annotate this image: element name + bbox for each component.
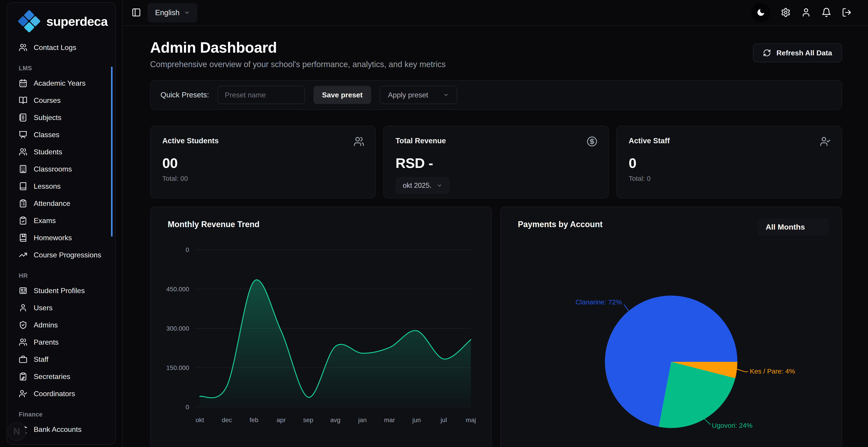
sidebar-item-label: Staff xyxy=(34,355,49,363)
svg-text:sep: sep xyxy=(303,416,313,423)
stat-card-active-students: Active Students 00 Total: 00 xyxy=(150,126,376,198)
sidebar-section-lms: LMS xyxy=(19,63,103,73)
svg-text:apr: apr xyxy=(276,416,285,423)
language-selector[interactable]: English xyxy=(147,3,197,22)
book-icon xyxy=(19,182,27,191)
page-title: Admin Dashboard xyxy=(150,39,445,56)
sidebar-item-classes[interactable]: Classes xyxy=(12,126,110,143)
stat-value: 00 xyxy=(162,155,364,171)
user-check-icon xyxy=(19,389,27,398)
stat-title: Active Students xyxy=(162,136,364,145)
notebook-icon xyxy=(19,113,27,122)
charts-row: 0450.000300.000150.0000oktdecfebaprsepav… xyxy=(150,206,842,447)
payments-pie-chart xyxy=(605,296,737,428)
sidebar-item-label: Homeworks xyxy=(34,234,72,242)
revenue-line-chart: 0450.000300.000150.0000oktdecfebaprsepav… xyxy=(151,207,491,447)
preset-name-input[interactable] xyxy=(218,86,305,104)
chevron-down-icon xyxy=(184,10,190,15)
sidebar-item-parents[interactable]: Parents xyxy=(12,333,110,351)
sidebar-item-coordinators[interactable]: Coordinators xyxy=(12,385,110,402)
sidebar-item-label: Admins xyxy=(34,321,58,329)
notifications-button[interactable] xyxy=(822,7,831,18)
sidebar-item-label: Student Profiles xyxy=(34,287,85,295)
sidebar-item-label: Courses xyxy=(34,96,61,105)
nextjs-dev-badge[interactable]: N xyxy=(7,422,26,441)
svg-text:0: 0 xyxy=(186,404,189,411)
svg-text:300.000: 300.000 xyxy=(166,325,189,332)
svg-text:jun: jun xyxy=(412,416,421,423)
sidebar-item-course-progressions[interactable]: Course Progressions xyxy=(12,246,110,263)
superdeca-logo-icon xyxy=(18,10,40,32)
sidebar-toggle-button[interactable] xyxy=(131,8,141,18)
topbar-actions xyxy=(751,3,852,22)
pie-label-ugovori: Ugovori: 24% xyxy=(712,422,752,429)
month-label: okt 2025. xyxy=(403,182,432,190)
chevron-down-icon xyxy=(443,92,449,98)
sidebar-item-label: Exams xyxy=(34,217,56,225)
stat-title: Active Staff xyxy=(629,136,830,145)
sidebar-item-staff[interactable]: Staff xyxy=(12,351,110,368)
all-months-label: All Months xyxy=(766,223,805,231)
svg-text:dec: dec xyxy=(222,416,232,423)
sidebar: superdeca Contact LogsLMSAcademic YearsC… xyxy=(0,0,122,447)
dark-mode-toggle[interactable] xyxy=(751,3,770,22)
sidebar-item-label: Course Progressions xyxy=(34,251,101,259)
svg-text:feb: feb xyxy=(250,416,258,423)
sidebar-item-courses[interactable]: Courses xyxy=(12,92,110,109)
sidebar-item-homeworks[interactable]: Homeworks xyxy=(12,229,110,246)
page-subtitle: Comprehensive overview of your school's … xyxy=(150,60,445,69)
sidebar-item-label: Academic Years xyxy=(34,79,86,88)
clipboard-pen-icon xyxy=(19,372,27,381)
calendar-icon xyxy=(19,79,27,88)
briefcase-icon xyxy=(19,355,27,363)
stat-card-active-staff: Active Staff 0 Total: 0 xyxy=(616,126,842,198)
content: Admin Dashboard Comprehensive overview o… xyxy=(123,26,868,447)
refresh-all-data-button[interactable]: Refresh All Data xyxy=(753,43,842,62)
svg-text:150.000: 150.000 xyxy=(166,364,189,371)
logout-button[interactable] xyxy=(842,7,852,18)
settings-button[interactable] xyxy=(781,7,791,18)
stat-value: RSD - xyxy=(396,155,597,171)
sidebar-item-admins[interactable]: Admins xyxy=(12,316,110,333)
pie-label-clanarine: Clanarine: 72% xyxy=(576,298,622,306)
all-months-select[interactable]: All Months xyxy=(757,218,829,235)
sidebar-item-exams[interactable]: Exams xyxy=(12,212,110,229)
profile-button[interactable] xyxy=(801,7,811,18)
user-check-icon xyxy=(820,136,831,147)
dollar-circle-icon xyxy=(587,136,597,147)
svg-text:450.000: 450.000 xyxy=(166,286,189,293)
sidebar-item-student-profiles[interactable]: Student Profiles xyxy=(12,282,110,299)
sidebar-item-label: Bank Accounts xyxy=(34,425,82,434)
svg-text:0: 0 xyxy=(186,246,189,253)
save-preset-button[interactable]: Save preset xyxy=(313,86,371,104)
sidebar-scrollbar[interactable] xyxy=(111,67,113,236)
book-marked-icon xyxy=(19,233,27,242)
building-icon xyxy=(19,165,27,173)
sidebar-item-label: Attendance xyxy=(34,199,70,208)
sidebar-item-classrooms[interactable]: Classrooms xyxy=(12,160,110,178)
sidebar-item-secretaries[interactable]: Secretaries xyxy=(12,368,110,385)
sidebar-item-label: Contact Logs xyxy=(34,43,76,52)
sidebar-item-bank-accounts[interactable]: Bank Accounts xyxy=(12,421,110,438)
sidebar-item-contact-logs[interactable]: Contact Logs xyxy=(12,39,110,56)
sidebar-item-lessons[interactable]: Lessons xyxy=(12,178,110,195)
sidebar-item-label: Classes xyxy=(34,131,59,139)
sidebar-item-subjects[interactable]: Subjects xyxy=(12,109,110,126)
sidebar-item-students[interactable]: Students xyxy=(12,143,110,160)
sidebar-section-finance: Finance xyxy=(19,410,103,419)
payments-chart-title: Payments by Account xyxy=(518,220,602,229)
revenue-month-selector[interactable]: okt 2025. xyxy=(396,177,450,194)
revenue-trend-card: 0450.000300.000150.0000oktdecfebaprsepav… xyxy=(150,206,492,447)
stat-value: 0 xyxy=(629,155,830,171)
chevron-down-icon xyxy=(436,183,442,189)
sidebar-section-hr: HR xyxy=(19,271,103,281)
sidebar-item-academic-years[interactable]: Academic Years xyxy=(12,74,110,92)
sidebar-item-users[interactable]: Users xyxy=(12,299,110,316)
sidebar-item-attendance[interactable]: Attendance xyxy=(12,195,110,212)
presentation-icon xyxy=(19,130,27,139)
clipboard-check-icon xyxy=(19,216,27,225)
sidebar-item-label: Parents xyxy=(34,338,59,346)
apply-preset-select[interactable]: Apply preset xyxy=(380,86,457,104)
revenue-chart-title: Monthly Revenue Trend xyxy=(168,220,259,229)
moon-icon xyxy=(756,8,765,18)
